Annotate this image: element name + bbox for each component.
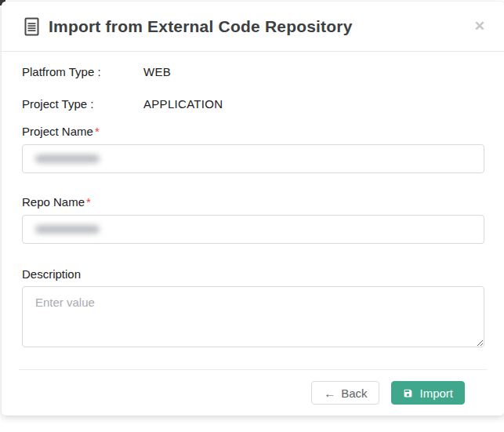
back-button[interactable]: ← Back [311,381,379,405]
platform-type-label: Platfrom Type : [22,65,143,78]
modal-body: Platfrom Type : WEB Project Type : APPLI… [2,52,504,405]
repo-name-label: Repo Name* [22,195,484,209]
import-button-label: Import [419,387,453,400]
repo-name-input[interactable] [22,215,484,244]
description-textarea[interactable] [22,286,484,347]
back-arrow-icon: ← [324,387,335,400]
project-type-value: APPLICATION [143,97,223,111]
save-floppy-icon [403,388,413,398]
description-label: Description [22,267,484,281]
back-button-label: Back [341,387,367,400]
modal-title: Import from External Code Repository [49,17,353,36]
platform-type-row: Platfrom Type : WEB [22,65,484,78]
close-icon[interactable]: ✕ [474,20,485,33]
repo-name-input-wrap [22,215,484,244]
project-name-label-text: Project Name [22,125,93,138]
modal-footer: ← Back Import [22,370,484,405]
project-type-label: Project Type : [22,97,143,111]
project-name-label: Project Name* [22,125,484,138]
required-asterisk: * [86,195,91,209]
document-lines-icon [24,17,39,36]
platform-type-value: WEB [143,65,171,78]
description-label-text: Description [22,267,81,281]
import-button[interactable]: Import [391,381,465,405]
import-repository-modal: Import from External Code Repository ✕ P… [2,2,504,416]
project-name-input-wrap [22,144,484,173]
modal-header: Import from External Code Repository ✕ [2,2,504,52]
project-type-row: Project Type : APPLICATION [22,97,484,111]
required-asterisk: * [95,125,100,138]
repo-name-label-text: Repo Name [22,195,85,209]
project-name-input[interactable] [22,144,484,173]
